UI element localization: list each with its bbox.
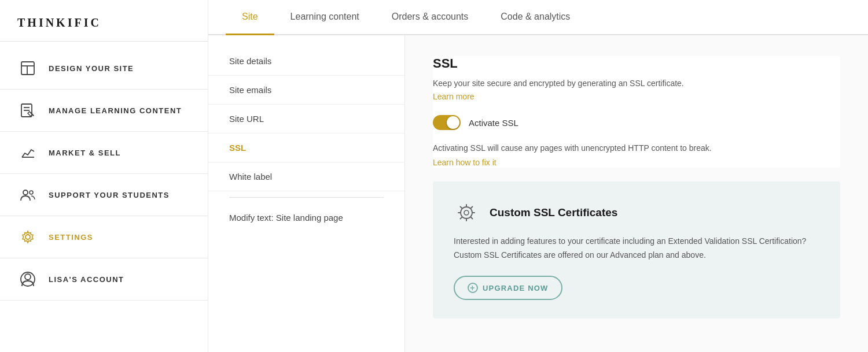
- sidebar-item-settings-label: SETTINGS: [49, 233, 93, 242]
- upgrade-icon: +: [468, 283, 478, 293]
- sidebar-item-market[interactable]: MARKET & SELL: [0, 132, 208, 174]
- ssl-panel: SSL Keep your site secure and encrypted …: [405, 35, 868, 352]
- ssl-toggle-row: Activate SSL: [433, 115, 840, 130]
- edit-icon: [17, 100, 38, 121]
- side-menu: Site details Site emails Site URL SSL Wh…: [208, 35, 405, 352]
- users-icon: [17, 184, 38, 205]
- svg-point-7: [23, 190, 28, 195]
- svg-rect-0: [21, 62, 34, 75]
- custom-ssl-icon: [454, 200, 479, 225]
- sidebar-item-account-label: LISA'S ACCOUNT: [49, 275, 124, 284]
- sidebar-item-account[interactable]: LISA'S ACCOUNT: [0, 258, 208, 301]
- svg-point-8: [30, 191, 33, 194]
- tab-learning[interactable]: Learning content: [274, 0, 376, 35]
- side-menu-divider: [229, 197, 384, 198]
- custom-ssl-description: Interested in adding features to your ce…: [454, 235, 819, 262]
- side-menu-site-details[interactable]: Site details: [208, 47, 404, 76]
- ssl-title: SSL: [433, 56, 840, 71]
- top-tabs: Site Learning content Orders & accounts …: [208, 0, 868, 35]
- main-content: Site Learning content Orders & accounts …: [208, 0, 868, 352]
- side-menu-ssl[interactable]: SSL: [208, 134, 404, 162]
- tab-site[interactable]: Site: [226, 0, 274, 35]
- sidebar-item-manage[interactable]: MANAGE LEARNING CONTENT: [0, 90, 208, 132]
- tab-code[interactable]: Code & analytics: [484, 0, 586, 35]
- sidebar-item-support-label: SUPPORT YOUR STUDENTS: [49, 191, 170, 199]
- side-menu-site-emails[interactable]: Site emails: [208, 76, 404, 105]
- sidebar-item-design-label: DESIGN YOUR SITE: [49, 64, 134, 73]
- upgrade-button-label: UPGRADE NOW: [483, 284, 549, 292]
- side-menu-white-label[interactable]: White label: [208, 162, 404, 191]
- ssl-warning-link[interactable]: Learn how to fix it: [433, 158, 496, 167]
- gear-icon: [17, 227, 38, 247]
- svg-point-13: [464, 210, 469, 215]
- logo: THINKIFIC: [0, 0, 208, 42]
- ssl-warning-text: Activating SSL will cause any pages with…: [433, 142, 840, 154]
- sidebar-item-support[interactable]: SUPPORT YOUR STUDENTS: [0, 174, 208, 216]
- activate-ssl-toggle[interactable]: [433, 115, 461, 130]
- custom-ssl-title: Custom SSL Certificates: [490, 206, 617, 219]
- toggle-knob: [447, 116, 459, 129]
- user-icon: [17, 269, 38, 290]
- svg-point-9: [25, 235, 30, 239]
- logo-text: THINKIFIC: [17, 16, 101, 29]
- content-area: Site details Site emails Site URL SSL Wh…: [208, 35, 868, 352]
- upgrade-now-button[interactable]: + UPGRADE NOW: [454, 276, 562, 300]
- ssl-learn-more-link[interactable]: Learn more: [433, 92, 840, 101]
- custom-ssl-header: Custom SSL Certificates: [454, 200, 819, 225]
- sidebar-item-design[interactable]: DESIGN YOUR SITE: [0, 47, 208, 90]
- sidebar-item-market-label: MARKET & SELL: [49, 149, 121, 157]
- sidebar-nav: DESIGN YOUR SITE MANAGE LEARNING CONTENT: [0, 42, 208, 306]
- sidebar-item-manage-label: MANAGE LEARNING CONTENT: [49, 106, 182, 115]
- side-menu-site-url[interactable]: Site URL: [208, 105, 404, 134]
- ssl-description: Keep your site secure and encrypted by g…: [433, 77, 840, 90]
- chart-icon: [17, 142, 38, 163]
- side-menu-modify-text[interactable]: Modify text: Site landing page: [208, 203, 404, 232]
- custom-ssl-section: Custom SSL Certificates Interested in ad…: [433, 181, 840, 319]
- svg-point-10: [25, 274, 31, 280]
- layout-icon: [17, 58, 38, 79]
- tab-orders[interactable]: Orders & accounts: [376, 0, 485, 35]
- ssl-section: SSL Keep your site secure and encrypted …: [433, 56, 840, 168]
- sidebar-item-settings[interactable]: SETTINGS: [0, 216, 208, 258]
- activate-ssl-label: Activate SSL: [469, 118, 518, 128]
- sidebar: THINKIFIC DESIGN YOUR SITE: [0, 0, 208, 352]
